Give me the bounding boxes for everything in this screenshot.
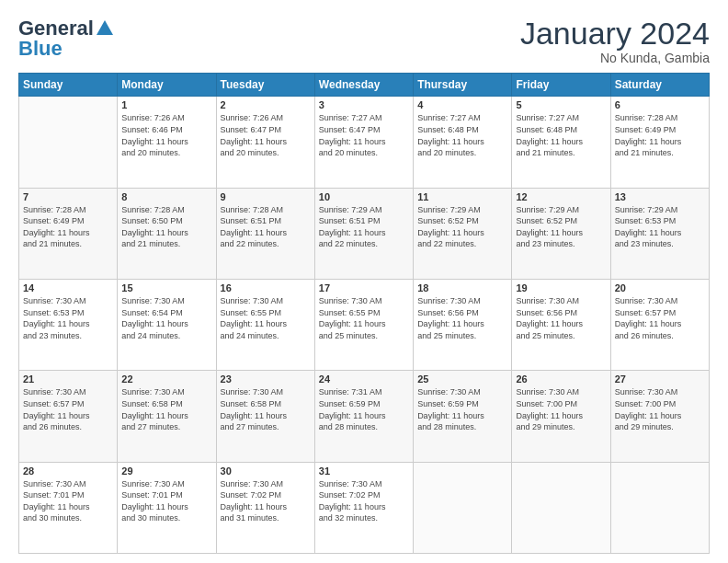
calendar-week-1: 1Sunrise: 7:26 AM Sunset: 6:46 PM Daylig… <box>19 97 710 188</box>
calendar-cell: 8Sunrise: 7:28 AM Sunset: 6:50 PM Daylig… <box>118 188 216 279</box>
calendar-cell <box>19 97 118 188</box>
day-info: Sunrise: 7:28 AM Sunset: 6:50 PM Dayligh… <box>121 204 211 250</box>
day-info: Sunrise: 7:28 AM Sunset: 6:49 PM Dayligh… <box>23 204 113 250</box>
day-number: 4 <box>417 99 507 110</box>
day-number: 15 <box>121 282 211 293</box>
weekday-header-tuesday: Tuesday <box>216 74 314 97</box>
calendar-cell: 1Sunrise: 7:26 AM Sunset: 6:46 PM Daylig… <box>118 97 216 188</box>
calendar-cell <box>414 462 512 553</box>
day-info: Sunrise: 7:30 AM Sunset: 6:55 PM Dayligh… <box>319 295 409 341</box>
day-number: 30 <box>221 465 311 477</box>
calendar-cell: 12Sunrise: 7:29 AM Sunset: 6:52 PM Dayli… <box>512 188 610 279</box>
calendar-cell: 28Sunrise: 7:30 AM Sunset: 7:01 PM Dayli… <box>19 462 118 553</box>
day-info: Sunrise: 7:30 AM Sunset: 7:00 PM Dayligh… <box>516 386 606 432</box>
day-info: Sunrise: 7:30 AM Sunset: 6:59 PM Dayligh… <box>417 386 507 432</box>
calendar-cell: 20Sunrise: 7:30 AM Sunset: 6:57 PM Dayli… <box>610 280 709 371</box>
day-info: Sunrise: 7:29 AM Sunset: 6:52 PM Dayligh… <box>516 204 606 250</box>
day-number: 7 <box>23 191 113 202</box>
day-number: 1 <box>121 99 211 110</box>
day-info: Sunrise: 7:27 AM Sunset: 6:48 PM Dayligh… <box>417 112 507 158</box>
day-number: 5 <box>516 99 606 110</box>
day-info: Sunrise: 7:30 AM Sunset: 6:56 PM Dayligh… <box>516 295 606 341</box>
day-number: 10 <box>319 191 409 202</box>
calendar-cell: 22Sunrise: 7:30 AM Sunset: 6:58 PM Dayli… <box>118 371 216 462</box>
day-info: Sunrise: 7:30 AM Sunset: 6:55 PM Dayligh… <box>221 295 311 341</box>
calendar-cell: 6Sunrise: 7:28 AM Sunset: 6:49 PM Daylig… <box>610 97 709 188</box>
day-number: 18 <box>417 282 507 293</box>
calendar-week-4: 21Sunrise: 7:30 AM Sunset: 6:57 PM Dayli… <box>19 371 710 462</box>
day-number: 14 <box>23 282 113 293</box>
calendar-cell <box>512 462 610 553</box>
calendar-header-row: SundayMondayTuesdayWednesdayThursdayFrid… <box>19 74 710 97</box>
calendar-cell: 13Sunrise: 7:29 AM Sunset: 6:53 PM Dayli… <box>610 188 709 279</box>
calendar-cell: 18Sunrise: 7:30 AM Sunset: 6:56 PM Dayli… <box>414 280 512 371</box>
day-number: 2 <box>221 99 311 110</box>
day-info: Sunrise: 7:30 AM Sunset: 6:57 PM Dayligh… <box>23 386 113 432</box>
calendar-cell: 2Sunrise: 7:26 AM Sunset: 6:47 PM Daylig… <box>216 97 314 188</box>
day-number: 6 <box>615 99 705 110</box>
day-info: Sunrise: 7:29 AM Sunset: 6:52 PM Dayligh… <box>417 204 507 250</box>
day-number: 8 <box>121 191 211 202</box>
day-info: Sunrise: 7:27 AM Sunset: 6:47 PM Dayligh… <box>319 112 409 158</box>
day-number: 12 <box>516 191 606 202</box>
day-info: Sunrise: 7:30 AM Sunset: 6:56 PM Dayligh… <box>417 295 507 341</box>
day-info: Sunrise: 7:30 AM Sunset: 6:53 PM Dayligh… <box>23 295 113 341</box>
day-number: 16 <box>221 282 311 293</box>
calendar-cell: 30Sunrise: 7:30 AM Sunset: 7:02 PM Dayli… <box>216 462 314 553</box>
calendar-cell: 29Sunrise: 7:30 AM Sunset: 7:01 PM Dayli… <box>118 462 216 553</box>
calendar-cell: 17Sunrise: 7:30 AM Sunset: 6:55 PM Dayli… <box>314 280 413 371</box>
calendar-cell: 11Sunrise: 7:29 AM Sunset: 6:52 PM Dayli… <box>414 188 512 279</box>
day-info: Sunrise: 7:27 AM Sunset: 6:48 PM Dayligh… <box>516 112 606 158</box>
day-info: Sunrise: 7:30 AM Sunset: 7:00 PM Dayligh… <box>615 386 705 432</box>
day-info: Sunrise: 7:30 AM Sunset: 6:58 PM Dayligh… <box>121 386 211 432</box>
day-number: 21 <box>23 373 113 385</box>
svg-marker-0 <box>97 20 113 35</box>
logo-blue: Blue <box>18 37 63 61</box>
calendar-cell: 27Sunrise: 7:30 AM Sunset: 7:00 PM Dayli… <box>610 371 709 462</box>
day-number: 26 <box>516 373 606 385</box>
calendar-cell: 19Sunrise: 7:30 AM Sunset: 6:56 PM Dayli… <box>512 280 610 371</box>
calendar-week-5: 28Sunrise: 7:30 AM Sunset: 7:01 PM Dayli… <box>19 462 710 553</box>
weekday-header-monday: Monday <box>118 74 216 97</box>
weekday-header-thursday: Thursday <box>414 74 512 97</box>
month-title: January 2024 <box>520 17 710 51</box>
day-number: 25 <box>417 373 507 385</box>
logo-icon <box>95 18 115 39</box>
calendar-table: SundayMondayTuesdayWednesdayThursdayFrid… <box>18 73 710 554</box>
day-number: 19 <box>516 282 606 293</box>
day-number: 11 <box>417 191 507 202</box>
day-info: Sunrise: 7:30 AM Sunset: 6:54 PM Dayligh… <box>121 295 211 341</box>
day-info: Sunrise: 7:30 AM Sunset: 6:57 PM Dayligh… <box>615 295 705 341</box>
day-info: Sunrise: 7:28 AM Sunset: 6:51 PM Dayligh… <box>221 204 311 250</box>
calendar-cell: 10Sunrise: 7:29 AM Sunset: 6:51 PM Dayli… <box>314 188 413 279</box>
calendar-cell: 9Sunrise: 7:28 AM Sunset: 6:51 PM Daylig… <box>216 188 314 279</box>
calendar-week-3: 14Sunrise: 7:30 AM Sunset: 6:53 PM Dayli… <box>19 280 710 371</box>
day-number: 22 <box>121 373 211 385</box>
day-number: 27 <box>615 373 705 385</box>
day-info: Sunrise: 7:28 AM Sunset: 6:49 PM Dayligh… <box>615 112 705 158</box>
calendar-cell: 24Sunrise: 7:31 AM Sunset: 6:59 PM Dayli… <box>314 371 413 462</box>
day-number: 28 <box>23 465 113 477</box>
day-number: 17 <box>319 282 409 293</box>
calendar-cell: 15Sunrise: 7:30 AM Sunset: 6:54 PM Dayli… <box>118 280 216 371</box>
weekday-header-saturday: Saturday <box>610 74 709 97</box>
day-number: 29 <box>121 465 211 477</box>
weekday-header-sunday: Sunday <box>19 74 118 97</box>
day-info: Sunrise: 7:30 AM Sunset: 7:01 PM Dayligh… <box>23 478 113 524</box>
location: No Kunda, Gambia <box>520 51 710 65</box>
calendar-cell: 4Sunrise: 7:27 AM Sunset: 6:48 PM Daylig… <box>414 97 512 188</box>
day-info: Sunrise: 7:30 AM Sunset: 7:01 PM Dayligh… <box>121 478 211 524</box>
day-number: 3 <box>319 99 409 110</box>
day-info: Sunrise: 7:31 AM Sunset: 6:59 PM Dayligh… <box>319 386 409 432</box>
day-info: Sunrise: 7:26 AM Sunset: 6:47 PM Dayligh… <box>221 112 311 158</box>
day-info: Sunrise: 7:29 AM Sunset: 6:53 PM Dayligh… <box>615 204 705 250</box>
calendar-cell: 3Sunrise: 7:27 AM Sunset: 6:47 PM Daylig… <box>314 97 413 188</box>
logo: General Blue <box>18 17 116 61</box>
day-number: 31 <box>319 465 409 477</box>
calendar-cell: 25Sunrise: 7:30 AM Sunset: 6:59 PM Dayli… <box>414 371 512 462</box>
day-info: Sunrise: 7:29 AM Sunset: 6:51 PM Dayligh… <box>319 204 409 250</box>
calendar-cell: 16Sunrise: 7:30 AM Sunset: 6:55 PM Dayli… <box>216 280 314 371</box>
day-number: 20 <box>615 282 705 293</box>
page-header: General Blue January 2024 No Kunda, Gamb… <box>18 17 710 65</box>
day-info: Sunrise: 7:30 AM Sunset: 7:02 PM Dayligh… <box>221 478 311 524</box>
